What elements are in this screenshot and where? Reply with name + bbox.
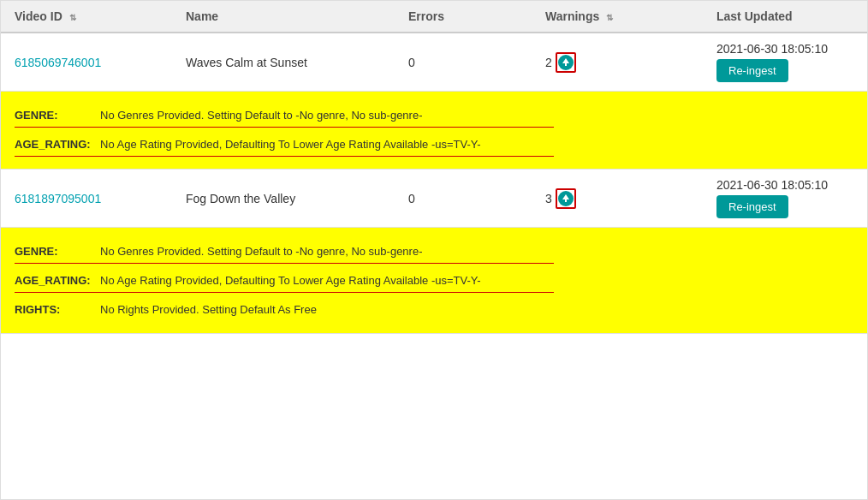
upload-icon (558, 191, 574, 206)
warning-panel-row2: GENRE: No Genres Provided. Setting Defau… (1, 228, 867, 334)
last-updated-cell: 2021-06-30 18:05:10 Re-ingest (716, 178, 853, 218)
svg-rect-1 (565, 63, 567, 66)
re-ingest-button[interactable]: Re-ingest (716, 195, 788, 218)
warning-item: GENRE: No Genres Provided. Setting Defau… (15, 240, 554, 264)
re-ingest-button[interactable]: Re-ingest (716, 59, 788, 82)
errors-cell: 0 (408, 56, 545, 69)
video-id-link[interactable]: 6185069746001 (15, 56, 101, 69)
header-video-id: Video ID ⇅ (15, 9, 186, 23)
header-errors: Errors (408, 9, 545, 23)
header-last-updated: Last Updated (716, 9, 853, 23)
errors-cell: 0 (408, 192, 545, 205)
svg-marker-2 (562, 194, 569, 199)
upload-icon (558, 55, 574, 70)
table-header: Video ID ⇅ Name Errors Warnings ⇅ Last U… (1, 1, 867, 33)
video-id-cell: 6181897095001 (15, 192, 186, 205)
sort-icon-warnings[interactable]: ⇅ (606, 13, 613, 22)
video-id-link[interactable]: 6181897095001 (15, 192, 101, 205)
warning-panel-row1: GENRE: No Genres Provided. Setting Defau… (1, 92, 867, 170)
table-row: 6185069746001 Waves Calm at Sunset 0 2 (1, 33, 867, 92)
header-name: Name (186, 9, 408, 23)
sort-icon-video-id[interactable]: ⇅ (69, 13, 76, 22)
name-cell: Fog Down the Valley (186, 192, 408, 205)
video-id-cell: 6185069746001 (15, 56, 186, 69)
warning-item: GENRE: No Genres Provided. Setting Defau… (15, 104, 554, 128)
name-cell: Waves Calm at Sunset (186, 56, 408, 69)
main-table: Video ID ⇅ Name Errors Warnings ⇅ Last U… (0, 0, 868, 500)
svg-rect-3 (565, 199, 567, 202)
warnings-cell: 2 (545, 52, 716, 73)
header-warnings: Warnings ⇅ (545, 9, 716, 23)
warning-item: RIGHTS: No Rights Provided. Setting Defa… (15, 298, 554, 321)
svg-marker-0 (562, 58, 569, 63)
warning-item: AGE_RATING: No Age Rating Provided, Defa… (15, 269, 554, 293)
warnings-icon-button[interactable] (556, 52, 576, 73)
warning-item: AGE_RATING: No Age Rating Provided, Defa… (15, 133, 554, 157)
last-updated-cell: 2021-06-30 18:05:10 Re-ingest (716, 42, 853, 82)
warnings-icon-button[interactable] (556, 188, 576, 209)
warnings-cell: 3 (545, 188, 716, 209)
table-row: 6181897095001 Fog Down the Valley 0 3 (1, 170, 867, 228)
